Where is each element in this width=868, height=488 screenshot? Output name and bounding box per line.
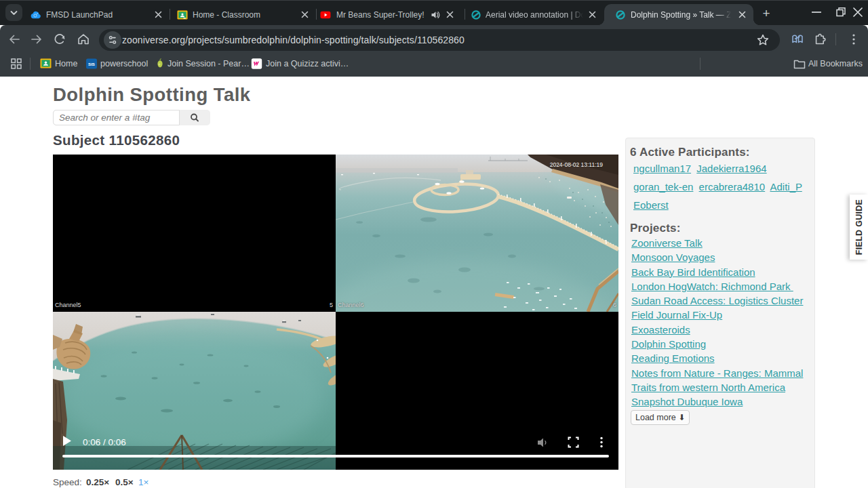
svg-text:SIS: SIS — [88, 62, 95, 66]
svg-text:2024-08-02 13:11:19: 2024-08-02 13:11:19 — [550, 161, 604, 168]
